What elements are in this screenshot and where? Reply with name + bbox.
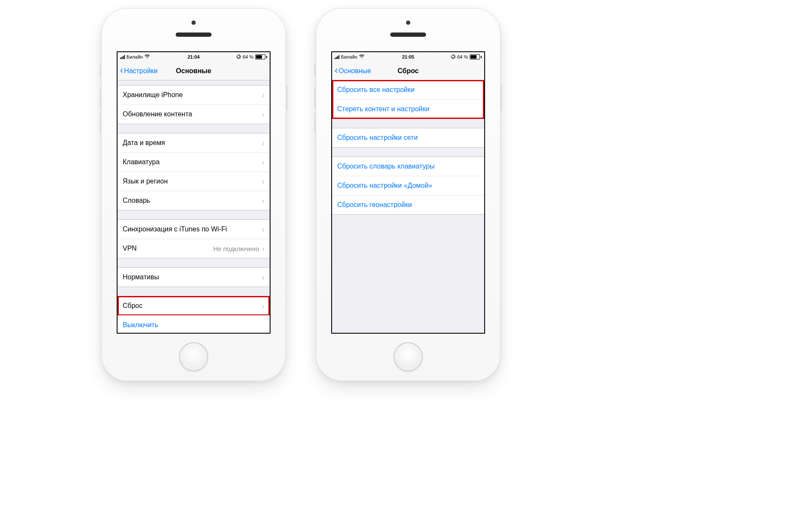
settings-row-label: Обновление контента bbox=[123, 110, 262, 118]
settings-list-general: Хранилище iPhone›Обновление контента›Дат… bbox=[118, 85, 270, 334]
volume-down-button[interactable] bbox=[100, 112, 102, 133]
status-bar: Билайн 21:04 64 % bbox=[118, 52, 270, 62]
settings-group: Дата и время›Клавиатура›Язык и регион›Сл… bbox=[118, 133, 270, 210]
settings-list-reset: Сбросить все настройкиСтереть контент и … bbox=[332, 80, 484, 215]
carrier-label: Билайн bbox=[127, 54, 143, 59]
chevron-right-icon: › bbox=[262, 225, 265, 234]
settings-row-обновление-контента[interactable]: Обновление контента› bbox=[118, 104, 270, 124]
settings-group: Сбросить настройки сети bbox=[332, 128, 484, 148]
rotation-lock-icon bbox=[236, 54, 241, 60]
settings-row-label: Клавиатура bbox=[123, 158, 262, 166]
rotation-lock-icon bbox=[451, 54, 456, 60]
settings-row-value: Не подключено bbox=[213, 245, 259, 252]
home-button[interactable] bbox=[179, 342, 208, 371]
clock: 21:04 bbox=[188, 54, 200, 59]
settings-row-label: Дата и время bbox=[123, 139, 262, 147]
power-button[interactable] bbox=[285, 86, 288, 110]
earpiece-speaker bbox=[390, 33, 426, 37]
carrier-label: Билайн bbox=[341, 54, 357, 59]
chevron-right-icon: › bbox=[262, 196, 265, 205]
chevron-right-icon: › bbox=[262, 273, 265, 281]
settings-row-дата-и-время[interactable]: Дата и время› bbox=[118, 133, 270, 153]
settings-row-label: Сбросить все настройки bbox=[337, 86, 479, 94]
settings-row-label: Сбросить настройки сети bbox=[337, 134, 479, 142]
chevron-right-icon: › bbox=[262, 302, 265, 310]
settings-row-label: VPN bbox=[123, 245, 213, 252]
chevron-right-icon: › bbox=[262, 91, 265, 99]
settings-row-синхронизация-с-itunes-по-wi-fi[interactable]: Синхронизация с iTunes по Wi-Fi› bbox=[118, 219, 270, 239]
chevron-right-icon: › bbox=[262, 110, 265, 118]
settings-row-сбросить-все-настройки[interactable]: Сбросить все настройки bbox=[332, 80, 484, 100]
settings-group: Хранилище iPhone›Обновление контента› bbox=[118, 85, 270, 124]
chevron-right-icon: › bbox=[262, 139, 265, 147]
chevron-left-icon: ‹ bbox=[120, 66, 123, 75]
power-button[interactable] bbox=[500, 86, 502, 110]
battery-icon bbox=[255, 54, 267, 59]
settings-row-label: Словарь bbox=[123, 197, 262, 204]
signal-icon bbox=[335, 55, 339, 59]
mute-switch[interactable] bbox=[100, 64, 102, 77]
settings-group: Сбросить все настройкиСтереть контент и … bbox=[332, 80, 484, 119]
settings-row-выключить[interactable]: Выключить bbox=[118, 315, 270, 334]
settings-row-label: Нормативы bbox=[123, 273, 262, 281]
navbar-general: ‹ Настройки Основные bbox=[118, 62, 270, 80]
back-button[interactable]: ‹ Основные bbox=[332, 67, 371, 75]
settings-row-label: Сброс bbox=[123, 302, 262, 310]
navbar-reset: ‹ Основные Сброс bbox=[332, 62, 484, 80]
back-button[interactable]: ‹ Настройки bbox=[118, 67, 158, 75]
home-button[interactable] bbox=[394, 342, 423, 371]
battery-icon bbox=[470, 54, 482, 59]
signal-icon bbox=[120, 55, 125, 59]
settings-row-label: Сбросить настройки «Домой» bbox=[337, 182, 479, 189]
settings-group: Сброс›Выключить bbox=[118, 296, 270, 334]
battery-percent: 64 % bbox=[457, 54, 468, 59]
chevron-right-icon: › bbox=[262, 177, 265, 186]
phone-frame-left: Билайн 21:04 64 % bbox=[102, 9, 285, 381]
settings-row-нормативы[interactable]: Нормативы› bbox=[118, 267, 270, 287]
settings-row-label: Выключить bbox=[123, 321, 265, 329]
chevron-right-icon: › bbox=[262, 158, 265, 166]
earpiece-speaker bbox=[176, 33, 212, 37]
volume-up-button[interactable] bbox=[100, 88, 102, 108]
settings-group: Синхронизация с iTunes по Wi-Fi›VPNНе по… bbox=[118, 219, 270, 258]
settings-row-label: Язык и регион bbox=[123, 178, 262, 185]
settings-row-сбросить-геонастройки[interactable]: Сбросить геонастройки bbox=[332, 195, 484, 215]
settings-row-label: Стереть контент и настройки bbox=[337, 105, 479, 113]
wifi-icon bbox=[144, 54, 150, 59]
settings-row-стереть-контент-и-настройки[interactable]: Стереть контент и настройки bbox=[332, 99, 484, 119]
volume-down-button[interactable] bbox=[314, 112, 316, 133]
settings-row-клавиатура[interactable]: Клавиатура› bbox=[118, 152, 270, 172]
chevron-right-icon: › bbox=[262, 244, 265, 253]
back-label: Основные bbox=[338, 67, 371, 75]
front-camera bbox=[406, 21, 410, 25]
settings-row-язык-и-регион[interactable]: Язык и регион› bbox=[118, 172, 270, 191]
settings-row-label: Сбросить словарь клавиатуры bbox=[337, 163, 479, 170]
back-label: Настройки bbox=[124, 67, 157, 75]
settings-row-сбросить-настройки-сети[interactable]: Сбросить настройки сети bbox=[332, 128, 484, 148]
screen-reset: Билайн 21:05 64 % bbox=[331, 51, 485, 334]
mute-switch[interactable] bbox=[314, 64, 316, 77]
settings-group: Нормативы› bbox=[118, 267, 270, 287]
settings-row-label: Синхронизация с iTunes по Wi-Fi bbox=[123, 225, 262, 233]
settings-row-сброс[interactable]: Сброс› bbox=[118, 296, 270, 316]
wifi-icon bbox=[359, 54, 365, 59]
phone-frame-right: Билайн 21:05 64 % bbox=[316, 9, 500, 381]
settings-row-vpn[interactable]: VPNНе подключено› bbox=[118, 239, 270, 258]
clock: 21:05 bbox=[402, 54, 414, 59]
settings-row-сбросить-настройки-домой[interactable]: Сбросить настройки «Домой» bbox=[332, 176, 484, 195]
settings-row-хранилище-iphone[interactable]: Хранилище iPhone› bbox=[118, 85, 270, 105]
volume-up-button[interactable] bbox=[314, 88, 316, 108]
settings-row-label: Хранилище iPhone bbox=[123, 91, 262, 99]
settings-group: Сбросить словарь клавиатурыСбросить наст… bbox=[332, 157, 484, 215]
settings-row-сбросить-словарь-клавиатуры[interactable]: Сбросить словарь клавиатуры bbox=[332, 157, 484, 176]
settings-row-label: Сбросить геонастройки bbox=[337, 201, 479, 209]
battery-percent: 64 % bbox=[243, 54, 253, 59]
status-bar: Билайн 21:05 64 % bbox=[332, 52, 484, 62]
settings-row-словарь[interactable]: Словарь› bbox=[118, 191, 270, 210]
front-camera bbox=[191, 21, 196, 25]
screen-general: Билайн 21:04 64 % bbox=[117, 51, 271, 334]
chevron-left-icon: ‹ bbox=[335, 66, 338, 75]
